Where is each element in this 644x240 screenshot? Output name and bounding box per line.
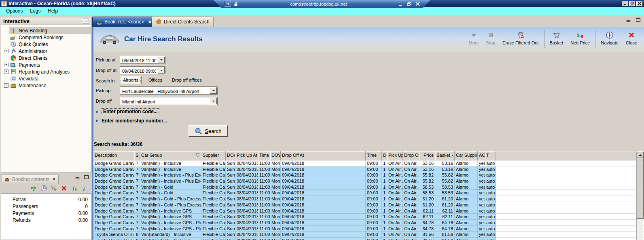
close-button[interactable]: Close bbox=[622, 31, 641, 48]
rdp-minimize-button[interactable] bbox=[398, 2, 403, 6]
search-in-option-offices[interactable]: Offices bbox=[146, 76, 165, 84]
search-button[interactable]: Search bbox=[189, 125, 228, 137]
column-header-ac[interactable]: AC bbox=[478, 151, 485, 160]
membership-number-link[interactable]: Enter membership number... bbox=[96, 118, 167, 124]
pickup-at-input[interactable] bbox=[120, 56, 157, 63]
clock-globe-icon[interactable] bbox=[40, 185, 47, 192]
tree-item-body[interactable]: Direct Clients bbox=[9, 55, 91, 61]
rdp-restore-button[interactable] bbox=[407, 2, 411, 6]
dropoff-dropdown-icon[interactable] bbox=[210, 98, 217, 104]
promotion-code-text[interactable]: Enter promotion code... bbox=[102, 108, 159, 115]
search-in-option-airports[interactable]: Airports bbox=[120, 76, 142, 84]
column-header-time[interactable]: Time bbox=[258, 151, 270, 160]
tree-item-body[interactable]: Administrator bbox=[9, 48, 91, 55]
membership-number-text[interactable]: Enter membership number... bbox=[102, 118, 167, 124]
tree-item-body[interactable]: Reporting and Analytics bbox=[9, 68, 91, 75]
pickup-field[interactable] bbox=[120, 86, 218, 95]
tree-item-body[interactable]: Completed Bookings bbox=[9, 34, 91, 41]
nett-price-button[interactable]: $Nett Price bbox=[567, 31, 593, 48]
stop-button[interactable]: Stop bbox=[483, 31, 499, 48]
window-close-button[interactable] bbox=[636, 1, 643, 6]
tab-direct-clients-search[interactable]: Direct Clients Search bbox=[152, 17, 214, 27]
more-button[interactable]: More bbox=[465, 31, 483, 48]
column-header-drop-off-at[interactable]: Drop Off At bbox=[281, 151, 366, 160]
panel-maximize-icon[interactable] bbox=[84, 175, 89, 179]
dropoff-field[interactable] bbox=[120, 97, 218, 105]
window-minimize-button[interactable] bbox=[622, 1, 628, 6]
table-row[interactable]: Dodge Grand Carava...7Van(Mini) - Inclus… bbox=[93, 220, 644, 226]
sidebar-item-viewdata[interactable]: Viewdata bbox=[1, 75, 91, 82]
table-row[interactable]: Toyota Sienna Or sim...8Van(Standard) - … bbox=[93, 232, 644, 238]
column-header-pick-up-at[interactable]: Pick Up At bbox=[235, 151, 258, 160]
pickup-dropdown-icon[interactable] bbox=[210, 87, 217, 94]
dropoff-at-input[interactable] bbox=[120, 67, 157, 74]
sidebar-item-completed-bookings[interactable]: Completed Bookings bbox=[1, 34, 91, 41]
column-header-basket[interactable]: Basket bbox=[435, 151, 455, 160]
dropoff-at-dropdown-icon[interactable] bbox=[158, 67, 165, 74]
column-header-car-supplier[interactable]: Car Supplier bbox=[455, 151, 478, 160]
pickup-at-field[interactable] bbox=[120, 56, 165, 64]
menu-item-help[interactable]: Help bbox=[44, 7, 61, 15]
table-row[interactable]: Dodge Grand Carava...7Van(Mini) - GoldFl… bbox=[93, 184, 644, 190]
column-header-s[interactable]: S bbox=[134, 151, 140, 160]
table-row[interactable]: Dodge Grand Carava...7Van(Mini) - Inclus… bbox=[93, 160, 644, 166]
menu-item-logs[interactable]: Logs bbox=[26, 7, 44, 15]
panel-minimize-icon[interactable] bbox=[75, 175, 80, 179]
column-header-d[interactable]: D bbox=[382, 151, 387, 160]
delete-x-icon[interactable] bbox=[61, 185, 67, 192]
sidebar-item-quick-quotes[interactable]: Quick Quotes bbox=[1, 41, 91, 48]
tree-item-body[interactable]: Quick Quotes bbox=[9, 41, 91, 48]
sidebar-item-reporting-and-analytics[interactable]: +Reporting and Analytics bbox=[1, 68, 91, 75]
dropoff-input[interactable] bbox=[120, 97, 210, 105]
search-in-option-drop-off-offices[interactable]: Drop off offices bbox=[169, 76, 205, 84]
scrollbar-thumb[interactable] bbox=[637, 158, 644, 219]
menu-item-options[interactable]: Options bbox=[2, 7, 26, 15]
tree-item-body[interactable]: Maintenance bbox=[9, 82, 91, 89]
expand-icon[interactable]: + bbox=[4, 69, 8, 74]
column-header-dow[interactable]: DOW bbox=[226, 151, 235, 160]
tree-item-body[interactable]: Viewdata bbox=[9, 75, 91, 82]
table-row[interactable]: Dodge Grand Carava...7Van(Mini) - Gold -… bbox=[93, 202, 644, 208]
expand-icon[interactable]: + bbox=[4, 83, 8, 88]
erase-filtered-out-button[interactable]: Erase Filtered Out bbox=[499, 31, 542, 48]
pickup-input[interactable] bbox=[120, 87, 210, 94]
content-minimize-icon[interactable] bbox=[626, 17, 631, 22]
expand-icon[interactable]: + bbox=[4, 63, 8, 67]
info-icon[interactable]: i bbox=[81, 185, 87, 192]
filter-funnel-icon[interactable] bbox=[195, 153, 200, 158]
navigate-button[interactable]: Navigate bbox=[597, 31, 622, 48]
column-header-dow[interactable]: DOW bbox=[270, 151, 281, 160]
pin-icon[interactable] bbox=[224, 1, 231, 7]
booking-contents-close-icon[interactable]: ✕ bbox=[52, 177, 56, 182]
sidebar-item-administrator[interactable]: +Administrator bbox=[1, 48, 91, 55]
table-row[interactable]: Dodge Grand Carava...7Van(Mini) - Inclus… bbox=[93, 178, 644, 184]
tree-item-body[interactable]: New Booking bbox=[9, 27, 91, 34]
table-row[interactable]: Dodge Grand Carava...7Van(Mini) - Inclus… bbox=[93, 172, 644, 178]
table-row[interactable]: Dodge Grand Carava...7Van(Mini) - Inclus… bbox=[93, 214, 644, 220]
table-row[interactable]: Dodge Grand Carava...7Van(Mini) - Gold -… bbox=[93, 196, 644, 202]
column-header-t[interactable]: T bbox=[485, 151, 496, 160]
palm-up-icon[interactable] bbox=[71, 185, 77, 192]
sidebar-item-direct-clients[interactable]: Direct Clients bbox=[1, 55, 91, 61]
promotion-code-link[interactable]: Enter promotion code... bbox=[96, 108, 159, 115]
column-header-supplier[interactable]: Supplier bbox=[201, 151, 226, 160]
rdp-close-button[interactable] bbox=[415, 2, 420, 6]
tree-item-body[interactable]: $Payments bbox=[9, 61, 91, 68]
table-scrollbar[interactable] bbox=[636, 152, 643, 240]
pickup-at-dropdown-icon[interactable] bbox=[158, 57, 165, 63]
table-row[interactable]: Toyota Sienna Or sim...8Van(Standard) - … bbox=[93, 238, 644, 240]
dropoff-at-field[interactable] bbox=[120, 66, 165, 74]
sidebar-item-payments[interactable]: +$Payments bbox=[1, 61, 91, 68]
column-header-pick-up[interactable]: Pick Up bbox=[387, 151, 403, 160]
sidebar-item-new-booking[interactable]: New Booking bbox=[1, 27, 91, 34]
table-row[interactable]: Dodge Grand Carava...7Van(Mini) - Inclus… bbox=[93, 226, 644, 232]
table-row[interactable]: Dodge Grand Carava...7Van(Mini) - Inclus… bbox=[93, 208, 644, 214]
tab-book-ref-none-[interactable]: Book. ref.: <none>✕ bbox=[92, 17, 156, 27]
basket-button[interactable]: Basket bbox=[546, 31, 567, 48]
scroll-up-icon[interactable] bbox=[637, 152, 644, 158]
window-restore-button[interactable] bbox=[629, 1, 636, 6]
sidebar-item-maintenance[interactable]: +Maintenance bbox=[1, 82, 91, 89]
booking-contents-tab[interactable]: Booking contents ✕ bbox=[2, 175, 59, 183]
column-header-drop-off[interactable]: Drop Off bbox=[403, 151, 419, 160]
column-header-time[interactable]: Time bbox=[366, 151, 382, 160]
